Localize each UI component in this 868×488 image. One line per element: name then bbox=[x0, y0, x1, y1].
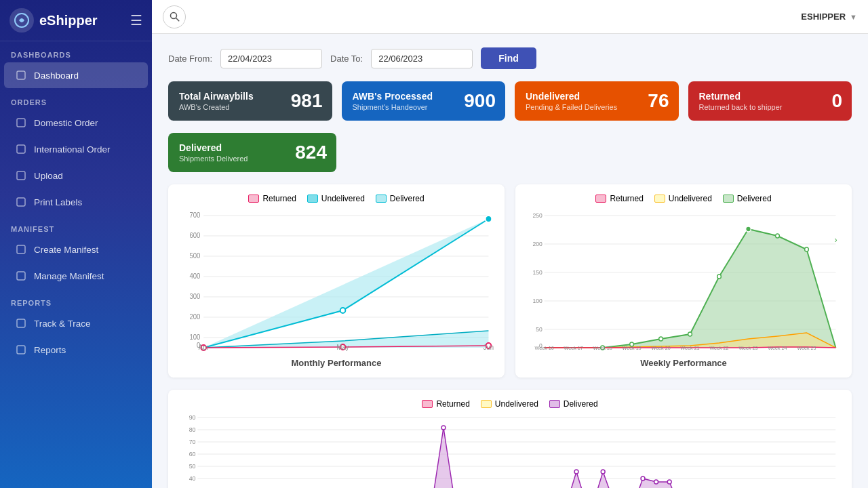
sidebar-item-upload[interactable]: Upload bbox=[4, 163, 148, 188]
sidebar-logo: eShipper ☰ bbox=[0, 0, 152, 41]
weekly-legend-returned: Returned bbox=[595, 194, 643, 203]
filter-row: Date From: Date To: Find bbox=[168, 47, 852, 69]
svg-point-57 bbox=[805, 247, 809, 251]
svg-point-90 bbox=[601, 470, 605, 474]
sidebar-item-icon-create-manifest bbox=[15, 243, 27, 256]
svg-point-29 bbox=[340, 308, 346, 313]
sidebar-item-label-dashboard: Dashboard bbox=[34, 70, 79, 81]
svg-marker-48 bbox=[545, 229, 836, 348]
svg-text:500: 500 bbox=[190, 252, 201, 260]
hamburger-icon[interactable]: ☰ bbox=[130, 12, 142, 28]
sidebar-item-icon-upload bbox=[15, 169, 27, 182]
legend-undelivered: Undelivered bbox=[307, 194, 365, 203]
svg-text:Week 20: Week 20 bbox=[652, 345, 671, 351]
weekly-legend-undelivered: Undelivered bbox=[654, 194, 712, 203]
svg-text:50: 50 bbox=[189, 463, 196, 470]
daily-legend-undelivered: Undelivered bbox=[481, 399, 538, 409]
svg-text:400: 400 bbox=[190, 272, 201, 280]
sidebar-item-icon-dashboard bbox=[15, 69, 27, 81]
stat-card-returned: Returned Returned back to shipper 0 bbox=[688, 81, 852, 121]
svg-text:Week 24: Week 24 bbox=[768, 345, 787, 351]
svg-point-54 bbox=[717, 274, 722, 279]
svg-text:Week 16: Week 16 bbox=[535, 345, 554, 351]
svg-text:700: 700 bbox=[190, 211, 201, 219]
svg-rect-7 bbox=[17, 272, 25, 280]
svg-point-53 bbox=[688, 332, 692, 336]
sidebar-item-track-trace[interactable]: Track & Trace bbox=[4, 310, 148, 336]
monthly-chart-box: Returned Undelivered Delivered bbox=[168, 184, 505, 378]
sidebar-item-label-print-labels: Print Labels bbox=[34, 197, 82, 207]
date-to-input[interactable] bbox=[371, 49, 473, 68]
sidebar-section-manifest: MANIFEST bbox=[0, 216, 152, 236]
svg-text:40: 40 bbox=[189, 475, 196, 482]
sidebar-nav: DASHBOARDSDashboardORDERSDomestic OrderI… bbox=[0, 41, 152, 363]
weekly-chart-svg: 250 200 150 100 50 0 bbox=[525, 209, 842, 351]
monthly-chart-legend: Returned Undelivered Delivered bbox=[178, 194, 495, 203]
svg-text:90: 90 bbox=[189, 414, 196, 421]
stat-card-delivered: Delivered Shipments Delivered 824 bbox=[168, 133, 336, 172]
sidebar-section-dashboards: DASHBOARDS bbox=[0, 41, 152, 62]
sidebar-item-create-manifest[interactable]: Create Manifest bbox=[4, 237, 148, 262]
svg-text:Week 23: Week 23 bbox=[738, 345, 757, 351]
topbar: ESHIPPER ▼ bbox=[152, 0, 868, 34]
weekly-chart-box: Returned Undelivered Delivered bbox=[515, 184, 852, 378]
sidebar-item-domestic-order[interactable]: Domestic Order bbox=[4, 110, 148, 136]
sidebar-item-icon-domestic-order bbox=[15, 117, 27, 129]
svg-marker-27 bbox=[203, 219, 488, 348]
stat-sub-undelivered: Pending & Failed Deliveries bbox=[526, 103, 668, 111]
svg-rect-5 bbox=[17, 198, 25, 206]
stat-value-total-awb: 981 bbox=[291, 90, 323, 112]
sidebar-item-icon-reports bbox=[15, 344, 27, 356]
svg-text:50: 50 bbox=[536, 326, 542, 333]
svg-text:100: 100 bbox=[532, 298, 542, 304]
svg-text:80: 80 bbox=[189, 426, 196, 433]
svg-point-92 bbox=[654, 480, 658, 484]
sidebar-item-label-reports: Reports bbox=[34, 345, 66, 355]
sidebar-item-print-labels[interactable]: Print Labels bbox=[4, 189, 148, 215]
svg-text:Jun: Jun bbox=[484, 344, 494, 351]
legend-delivered: Delivered bbox=[376, 194, 425, 203]
date-from-input[interactable] bbox=[220, 49, 322, 68]
sidebar-item-dashboard[interactable]: Dashboard bbox=[4, 62, 148, 88]
svg-point-52 bbox=[659, 337, 663, 341]
svg-rect-9 bbox=[17, 346, 25, 354]
svg-text:May: May bbox=[337, 344, 349, 351]
svg-line-11 bbox=[176, 18, 179, 22]
svg-point-33 bbox=[486, 216, 492, 222]
sidebar-section-orders: ORDERS bbox=[0, 89, 152, 109]
svg-point-55 bbox=[746, 226, 751, 232]
sidebar-item-label-create-manifest: Create Manifest bbox=[34, 245, 98, 255]
sidebar-item-label-domestic-order: Domestic Order bbox=[34, 118, 98, 128]
svg-point-10 bbox=[170, 13, 176, 19]
svg-text:200: 200 bbox=[532, 241, 542, 247]
daily-legend-delivered: Delivered bbox=[549, 399, 598, 409]
svg-rect-8 bbox=[17, 319, 25, 327]
svg-text:›: › bbox=[835, 235, 837, 245]
svg-rect-2 bbox=[17, 119, 25, 127]
weekly-legend-delivered: Delivered bbox=[723, 194, 772, 203]
sidebar-item-icon-international-order bbox=[15, 143, 27, 155]
svg-rect-1 bbox=[17, 71, 25, 79]
stat-sub-returned: Returned back to shipper bbox=[699, 103, 842, 111]
svg-text:Apr: Apr bbox=[199, 344, 210, 351]
find-button[interactable]: Find bbox=[481, 47, 536, 69]
user-info: ESHIPPER ▼ bbox=[801, 12, 857, 22]
search-button[interactable] bbox=[163, 5, 186, 28]
sidebar-item-reports[interactable]: Reports bbox=[4, 337, 148, 363]
stat-title-returned: Returned bbox=[699, 91, 842, 102]
stat-value-undelivered: 76 bbox=[648, 90, 669, 112]
sidebar-section-reports: REPORTS bbox=[0, 289, 152, 310]
main-content: ESHIPPER ▼ Date From: Date To: Find Tota… bbox=[152, 0, 868, 488]
stat-value-awbs-processed: 900 bbox=[464, 90, 496, 112]
date-to-label: Date To: bbox=[330, 54, 363, 64]
sidebar-item-icon-print-labels bbox=[15, 196, 27, 208]
svg-text:200: 200 bbox=[190, 313, 201, 321]
stat-value-delivered: 824 bbox=[295, 142, 327, 163]
stat-cards: Total Airwaybills AWB's Created 981 AWB'… bbox=[168, 81, 852, 121]
weekly-chart-title: Weekly Performance bbox=[525, 358, 842, 368]
chevron-down-icon: ▼ bbox=[850, 13, 857, 21]
sidebar-item-manage-manifest[interactable]: Manage Manifest bbox=[4, 263, 148, 289]
svg-text:600: 600 bbox=[190, 232, 201, 239]
svg-point-56 bbox=[776, 234, 780, 238]
sidebar-item-international-order[interactable]: International Order bbox=[4, 136, 148, 162]
